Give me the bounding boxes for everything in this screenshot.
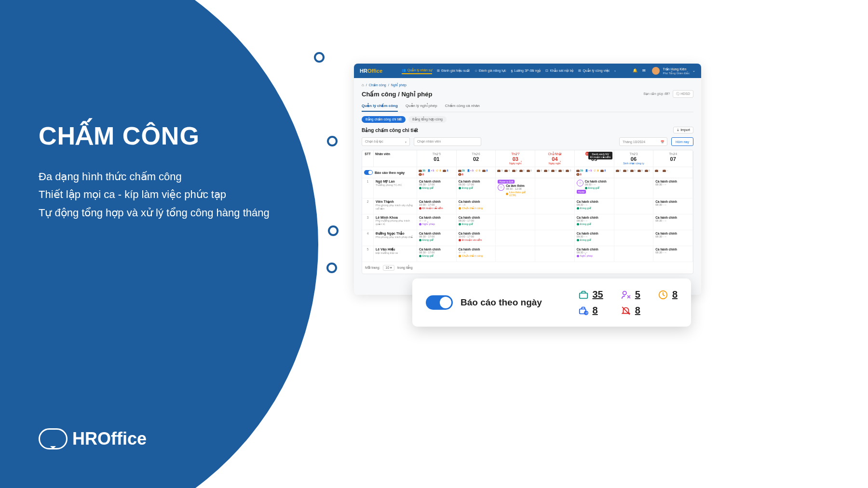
nav-item[interactable]: ⊞ Quản lý công việc [578, 67, 610, 74]
svg-rect-0 [579, 293, 587, 298]
tab[interactable]: Chấm công cá nhân [445, 102, 480, 112]
shift-cell[interactable] [614, 230, 654, 246]
svg-point-1 [623, 291, 626, 294]
employee-cell[interactable]: Lê Văn HiếuĐội trưởng Đội xe [374, 246, 417, 262]
shift-cell[interactable] [535, 198, 575, 214]
daily-report-toggle[interactable] [426, 295, 453, 310]
shift-cell[interactable]: Ca hành chính08:30 - -- [653, 198, 693, 214]
shift-cell[interactable]: Ca hành chính08:30 - -- Đúng giờ [575, 198, 614, 214]
shift-cell[interactable]: Ca hành chính08:30 - -- [653, 246, 693, 262]
shift-cell[interactable]: Ca hành chính08:30 - -- Đúng giờ [575, 214, 614, 230]
shift-cell[interactable]: Ca hành chính08:30 - 17:00 Đúng giờ [457, 214, 496, 230]
shift-cell[interactable]: ☉Ca hành chính08:30 - -- Đúng giờHover [575, 178, 614, 198]
shift-cell[interactable] [496, 246, 535, 262]
shift-cell[interactable] [614, 246, 654, 262]
shift-cell[interactable]: Hover to Edit☉Ca làm thêm08:30 - 12:08 L… [496, 178, 535, 198]
subtab-pill[interactable]: Bảng tổng hợp công [408, 116, 447, 123]
day-stats: 💼 35👤× 5⏱ 8💼 8🔕 8 [457, 167, 496, 178]
shift-cell[interactable] [614, 214, 654, 230]
employee-cell[interactable]: Ngô Mỹ LanTrưởng phòng TC-HC [374, 178, 417, 198]
shift-cell[interactable] [535, 178, 575, 198]
home-icon[interactable]: ⌂ [362, 83, 364, 87]
shift-cell[interactable]: Ca hành chính08:30 - -- Nghỉ phép [575, 246, 614, 262]
shift-cell[interactable]: Ca hành chính08:30 - -- [653, 214, 693, 230]
day-header[interactable]: Thứ 407 [653, 150, 693, 167]
shift-cell[interactable] [535, 230, 575, 246]
zoom-stat: 8 [658, 289, 678, 300]
app-logo: HROffice [360, 68, 382, 74]
filter-select[interactable]: Chọn bộ lọc▾ [362, 137, 410, 146]
avatar [652, 67, 660, 75]
row-index: 5 [362, 246, 374, 262]
day-header[interactable]: Thứ 2059+Danh sách NVĐi muộn về sớm [575, 150, 614, 167]
import-button[interactable]: ⤓ Import [673, 127, 693, 133]
marketing-line: Thiết lập mọi ca - kíp làm việc phức tạp [39, 185, 270, 203]
day-stats: 💼 --💼 -- [653, 167, 693, 178]
shift-cell[interactable] [535, 214, 575, 230]
month-picker[interactable]: Tháng 10/2024📅 [619, 137, 667, 146]
tab[interactable]: Quản lý chấm công [362, 102, 398, 112]
crumb-section[interactable]: Chấm công [369, 83, 386, 87]
day-stats: 💼 35👤× 5⏱ 8💼 8🔕 8 [575, 167, 614, 178]
row-index: 2 [362, 198, 374, 214]
day-header[interactable]: Thứ 501 [417, 150, 457, 167]
per-page-select[interactable]: 10 ▾ [383, 265, 394, 271]
pager: Mỗi trang: 10 ▾ trong tổng [362, 262, 693, 274]
row-index: 1 [362, 178, 374, 198]
daily-report-toggle-mini[interactable] [364, 170, 373, 175]
shift-cell[interactable]: Ca hành chính-/- - -/- Chưa chấm công [457, 246, 496, 262]
marketing-title: CHẤM CÔNG [39, 121, 270, 150]
shift-cell[interactable]: Ca hành chính08:30 - 17:00 Đúng giờ [417, 230, 457, 246]
nav-item[interactable]: ⊡ Khảo sát nội bộ [545, 67, 573, 74]
shift-cell[interactable]: Ca hành chính09:30 - -- Đúng giờ [575, 230, 614, 246]
col-stt: STT [362, 150, 374, 167]
employee-cell[interactable]: Lê Minh KhoaPhó trưởng phòng phụ trách q… [374, 214, 417, 230]
notification-icon[interactable]: 🔔 [633, 68, 637, 73]
shift-cell[interactable]: Ca hành chính10:00 - 17:00 Đi muộn về sớ… [417, 198, 457, 214]
shift-cell[interactable] [496, 198, 535, 214]
nav-item[interactable]: $ Lương 3P đãi ngộ [511, 67, 541, 74]
background-arc [0, 0, 318, 488]
day-header[interactable]: Thứ 602 [457, 150, 496, 167]
table-row: 5Lê Văn HiếuĐội trưởng Đội xeCa hành chí… [362, 246, 693, 262]
tabs: Quản lý chấm côngQuản lý nghỉ phépChấm c… [362, 102, 693, 112]
day-header[interactable]: Thứ 703Ngày nghỉ [496, 150, 535, 167]
shift-cell[interactable] [614, 178, 654, 198]
employee-cell[interactable]: Đường Ngọc ThảoPhó phòng phụ trách pháp … [374, 230, 417, 246]
table-row: 4Đường Ngọc ThảoPhó phòng phụ trách pháp… [362, 230, 693, 246]
shift-cell[interactable]: Ca hành chính08:30 - 17:00 Đúng giờ [417, 246, 457, 262]
day-header[interactable]: Thứ 306Sinh nhật công ty [614, 150, 654, 167]
day-header[interactable]: Chủ Nhật04Ngày nghỉ [535, 150, 575, 167]
app-window: HROffice 👥 Quản lý nhân sự⊞ Đánh giá hiệ… [354, 64, 701, 295]
today-button[interactable]: Hôm nay [671, 137, 693, 146]
crumb-page[interactable]: Nghỉ phép [391, 83, 407, 87]
nav-more[interactable]: › [614, 67, 615, 74]
tab[interactable]: Quản lý nghỉ phép [406, 102, 437, 112]
day-stats: 💼 0💼 0💼 0💼 0💼 0 [496, 167, 535, 178]
row-index: 3 [362, 214, 374, 230]
shift-cell[interactable]: Ca hành chính-/- - -/- Nghỉ phép [417, 214, 457, 230]
shift-cell[interactable] [496, 214, 535, 230]
hover-hint: Hover [577, 190, 586, 194]
shift-cell[interactable] [535, 246, 575, 262]
shift-cell[interactable] [496, 230, 535, 246]
nav-item[interactable]: ☆ Đánh giá năng lực [475, 67, 506, 74]
help-button[interactable]: ⓘ HDSD [673, 90, 693, 98]
zoom-stat: 8 [621, 305, 640, 316]
shift-cell[interactable]: Ca hành chính08:30 - -- [653, 178, 693, 198]
employee-select[interactable]: Chọn nhân viên [414, 137, 481, 146]
nav-item[interactable]: ⊞ Đánh giá hiệu suất [437, 67, 470, 74]
shift-cell[interactable]: Ca hành chính08:30 - -- [653, 230, 693, 246]
mail-icon[interactable]: ✉ [642, 68, 647, 73]
shift-cell[interactable]: Ca hành chính-/- - -/- Chưa chấm công [457, 198, 496, 214]
shift-cell[interactable]: Ca hành chính10:00 - 17:00 Đi muộn và sớ… [457, 230, 496, 246]
shift-cell[interactable]: Ca hành chính08:30 - 17:00 Đúng giờ [457, 178, 496, 198]
user-menu[interactable]: Trần Hùng Kiên Phó Tổng Giám Đốc ⌄ [652, 67, 695, 75]
subtab-pill[interactable]: Bảng chấm công chi tiết [362, 116, 406, 123]
employee-cell[interactable]: Viên ThạnhPhó phòng phụ trách xây dựng c… [374, 198, 417, 214]
shift-cell[interactable] [614, 198, 654, 214]
nav-item[interactable]: 👥 Quản lý nhân sự [402, 67, 432, 74]
shift-cell[interactable]: Ca hành chính08:30 - 17:00 Đúng giờ [417, 178, 457, 198]
brand-logo: HROffice [39, 428, 147, 449]
tooltip: Danh sách NVĐi muộn về sớm [588, 152, 613, 159]
